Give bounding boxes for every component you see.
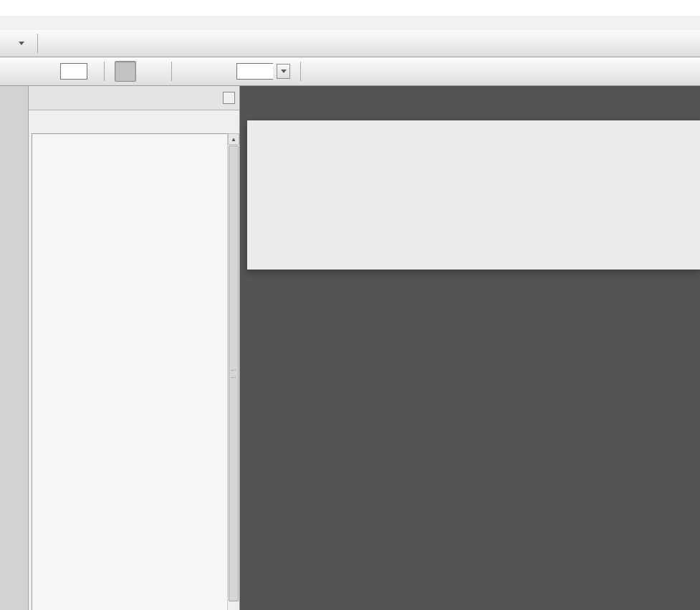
layers-panel-header: [29, 86, 239, 110]
create-button[interactable]: [4, 41, 29, 46]
navigation-pane-strip: [0, 86, 29, 610]
zoom-in-button[interactable]: [209, 61, 233, 82]
select-tool-button[interactable]: [115, 61, 136, 82]
zoom-dropdown-button[interactable]: [277, 64, 290, 79]
menu-bar: [0, 16, 700, 30]
dropdown-caret-icon: [19, 42, 24, 45]
workspace: ▲: [0, 86, 700, 610]
scrollbar-thumb[interactable]: [229, 146, 239, 601]
zoom-level-input[interactable]: [236, 63, 273, 80]
document-pane[interactable]: [240, 86, 700, 610]
scrollbar-grip: [231, 370, 236, 378]
title-banner: [247, 120, 700, 270]
hand-tool-button[interactable]: [140, 61, 161, 82]
next-page-button[interactable]: [33, 61, 57, 82]
fit-width-button[interactable]: [311, 61, 335, 82]
page-navigation-toolbar: [0, 57, 700, 86]
zoom-out-button[interactable]: [182, 61, 206, 82]
scrollbar-up-arrow[interactable]: ▲: [228, 133, 239, 145]
fit-page-button[interactable]: [338, 61, 362, 82]
layers-list: [32, 133, 227, 610]
layers-panel: ▲: [29, 86, 240, 610]
collapse-panel-button[interactable]: [223, 92, 235, 104]
layers-scrollbar[interactable]: ▲: [227, 133, 239, 610]
toolbar-separator: [104, 62, 105, 81]
dropdown-caret-icon: [281, 70, 287, 73]
page-number-input[interactable]: [60, 63, 87, 80]
toolbar-separator: [37, 34, 38, 53]
pdf-page[interactable]: [247, 87, 700, 610]
previous-page-button[interactable]: [6, 61, 29, 82]
toolbar-separator: [171, 62, 172, 81]
toolbar-separator: [300, 62, 301, 81]
acrobat-window: ▲: [0, 0, 700, 610]
layers-panel-toolbar: [29, 110, 239, 133]
titlebar: [0, 0, 700, 16]
main-toolbar: [0, 30, 700, 57]
